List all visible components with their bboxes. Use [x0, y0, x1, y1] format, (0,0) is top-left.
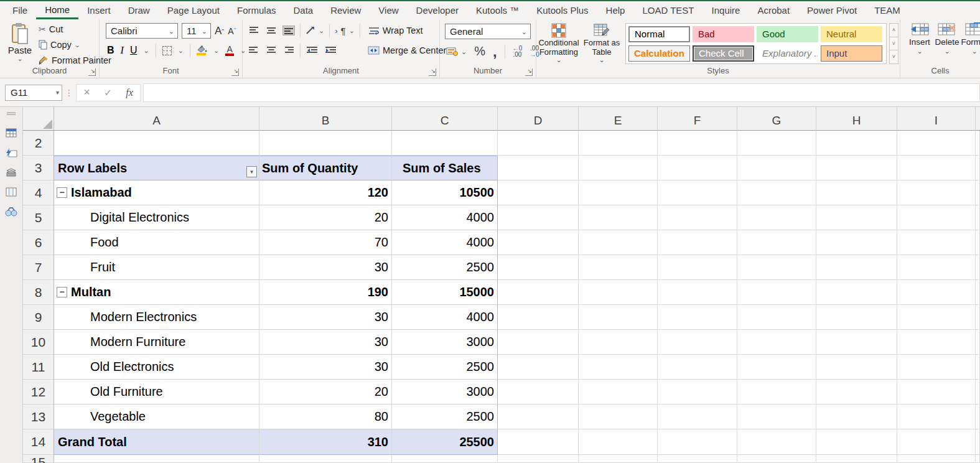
grid-cell[interactable] [579, 230, 658, 255]
tab-insert[interactable]: Insert [78, 1, 119, 19]
pivot-quantity-header-cell[interactable]: Sum of Quantity [259, 156, 392, 180]
grid-cell[interactable] [658, 230, 737, 255]
pivot-sales-cell[interactable]: 10500 [392, 180, 498, 205]
pivot-sales-cell[interactable]: 3000 [392, 330, 498, 355]
bold-button[interactable]: B [107, 45, 114, 56]
pivot-item-label-cell[interactable]: Vegetable [54, 405, 259, 429]
grid-cell[interactable] [579, 280, 658, 305]
grid-cell[interactable] [658, 305, 737, 330]
gallery-scroll-up-button[interactable]: ˄ [889, 23, 898, 37]
pivot-sales-cell[interactable]: 3000 [392, 380, 498, 405]
italic-button[interactable]: I [121, 45, 124, 56]
insert-function-button[interactable]: fx [126, 87, 133, 98]
grid-cell[interactable] [658, 180, 737, 205]
grid-cell[interactable] [658, 156, 737, 180]
style-explanatory[interactable]: Explanatory ... [757, 45, 818, 62]
style-normal[interactable]: Normal [628, 26, 690, 42]
collapse-button[interactable]: − [57, 187, 67, 198]
grid-cell[interactable] [897, 429, 976, 455]
grid-cell[interactable] [897, 330, 976, 355]
grid-cell[interactable] [658, 280, 737, 305]
grid-cell[interactable] [658, 355, 737, 380]
grid-cell[interactable] [816, 305, 897, 330]
workbook-icon[interactable] [6, 128, 17, 138]
grid-cell[interactable] [816, 405, 897, 429]
pivot-sales-cell[interactable]: 4000 [392, 230, 498, 255]
row-header[interactable]: 12 [23, 380, 54, 405]
increase-decimal-button[interactable]: ←0 .00 [513, 45, 523, 58]
pivot-qty-cell[interactable]: 80 [259, 405, 392, 429]
row-header[interactable]: 14 [23, 429, 54, 455]
tab-file[interactable]: File [4, 1, 36, 19]
grid-cell[interactable] [658, 131, 737, 156]
grid-cell[interactable] [897, 156, 976, 180]
row-header[interactable]: 9 [23, 305, 54, 330]
column-header-g[interactable]: G [737, 107, 816, 131]
tab-home[interactable]: Home [36, 1, 78, 19]
row-header[interactable]: 3 [23, 156, 54, 180]
grid-cell[interactable] [737, 405, 816, 429]
grid-cell[interactable] [816, 330, 897, 355]
number-dialog-launcher-icon[interactable]: ↘ [525, 68, 533, 76]
pivot-item-label-cell[interactable]: Modern Electronics [54, 305, 259, 330]
grid-cell[interactable] [498, 355, 579, 380]
row-header[interactable]: 11 [23, 355, 54, 380]
pivot-qty-cell[interactable]: 30 [259, 330, 392, 355]
grid-cell[interactable] [498, 156, 579, 180]
pivot-group-label-cell[interactable]: − Islamabad [54, 180, 259, 205]
style-neutral[interactable]: Neutral [821, 26, 882, 42]
grid-cell[interactable] [658, 330, 737, 355]
fill-color-button[interactable] [197, 45, 207, 55]
pivot-sales-cell[interactable]: 4000 [392, 305, 498, 330]
top-align-button[interactable] [248, 26, 260, 35]
column-header-d[interactable]: D [498, 107, 579, 131]
grid-cell[interactable] [737, 156, 816, 180]
select-all-button[interactable] [23, 107, 54, 131]
grid-cell[interactable] [579, 405, 658, 429]
align-center-button[interactable] [265, 45, 278, 55]
paste-button[interactable]: Paste ⌄ [4, 22, 36, 65]
cancel-button[interactable]: × [83, 86, 90, 99]
tab-inquire[interactable]: Inquire [703, 1, 749, 19]
underline-button[interactable]: U [130, 45, 138, 56]
pivot-sales-cell[interactable]: 4000 [392, 205, 498, 230]
gallery-scroll-down-button[interactable]: ˅ [889, 37, 898, 51]
column-header-b[interactable]: B [259, 107, 392, 131]
wrap-text-button[interactable]: Wrap Text [369, 26, 423, 35]
grid-cell[interactable] [579, 380, 658, 405]
grid-cell[interactable] [897, 380, 976, 405]
decrease-indent-button[interactable] [306, 45, 319, 55]
pivot-total-label-cell[interactable]: Grand Total [54, 429, 259, 455]
grid-cell[interactable] [737, 330, 816, 355]
column-header-f[interactable]: F [658, 107, 737, 131]
grid-cell[interactable] [737, 205, 816, 230]
column-header-a[interactable]: A [54, 107, 259, 131]
tab-load-test[interactable]: LOAD TEST [633, 1, 702, 19]
tab-data[interactable]: Data [284, 1, 322, 19]
grid-cell[interactable] [737, 131, 816, 156]
tab-review[interactable]: Review [322, 1, 370, 19]
column-header-i[interactable]: I [897, 107, 976, 131]
grid-cell[interactable] [498, 455, 579, 463]
grid-cell[interactable] [579, 205, 658, 230]
align-right-button[interactable] [282, 45, 295, 55]
grid-cell[interactable] [498, 330, 579, 355]
row-header[interactable]: 10 [23, 330, 54, 355]
row-header[interactable]: 6 [23, 230, 54, 255]
orientation-button[interactable]: ⌄ [306, 26, 324, 35]
pivot-sales-cell[interactable]: 2500 [392, 255, 498, 280]
pivot-item-label-cell[interactable]: Old Furniture [54, 380, 259, 405]
font-name-combobox[interactable]: Calibri ⌄ [106, 23, 178, 39]
accounting-format-button[interactable]: ⌄ [446, 47, 467, 56]
style-good[interactable]: Good [757, 26, 818, 42]
grid-cell[interactable] [897, 180, 976, 205]
font-dialog-launcher-icon[interactable]: ↘ [231, 68, 239, 76]
grid-cell[interactable] [816, 355, 897, 380]
grid-cell[interactable] [579, 305, 658, 330]
grid-cell[interactable] [897, 230, 976, 255]
pivot-qty-cell[interactable]: 20 [259, 205, 392, 230]
grid-cell[interactable] [498, 405, 579, 429]
chevron-down-icon[interactable]: ⌄ [213, 47, 219, 54]
font-size-combobox[interactable]: 11 ⌄ [182, 23, 211, 39]
pivot-qty-cell[interactable]: 30 [259, 305, 392, 330]
